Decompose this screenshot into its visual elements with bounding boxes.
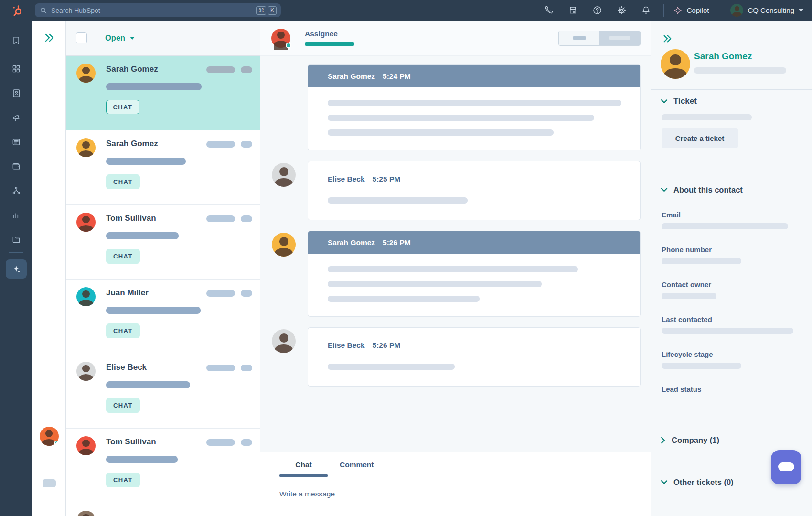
field-label: Phone number xyxy=(662,246,802,254)
company-section-header[interactable]: Company (1) xyxy=(661,436,719,445)
visitor-avatar xyxy=(272,329,296,353)
chat-thread: Assignee Sarah Gomez 5:24 PM xyxy=(260,21,651,516)
tab-chat[interactable]: Chat xyxy=(279,452,328,477)
automations-icon[interactable] xyxy=(0,178,32,203)
contact-avatar xyxy=(76,64,96,83)
field-label: Lead status xyxy=(662,385,802,393)
conversation-row[interactable]: Juan Miller CHAT xyxy=(66,280,260,354)
message-time: 5:26 PM xyxy=(383,238,411,247)
chevron-down-icon xyxy=(661,480,668,485)
message-author: Sarah Gomez xyxy=(328,238,375,247)
marketing-icon[interactable] xyxy=(0,105,32,129)
data-icon[interactable] xyxy=(0,227,32,251)
hubspot-logo-icon xyxy=(10,3,24,18)
bookmarks-icon[interactable] xyxy=(0,27,32,54)
marketplace-icon[interactable] xyxy=(568,5,578,16)
chevron-down-icon xyxy=(130,37,135,40)
field-value-placeholder xyxy=(662,223,788,229)
contact-avatar xyxy=(76,362,96,381)
active-tab-indicator xyxy=(279,474,328,477)
contact-field: Contact owner xyxy=(662,280,802,299)
field-label: Contact owner xyxy=(662,280,802,289)
crm-contacts-icon[interactable] xyxy=(0,81,32,105)
field-label: Last contacted xyxy=(662,315,802,323)
channel-badge: CHAT xyxy=(106,174,140,189)
chevron-right-icon xyxy=(661,437,666,444)
chat-widget-button[interactable] xyxy=(771,450,801,484)
message-preview-placeholder xyxy=(106,83,202,90)
conversation-row[interactable]: Tom Sullivan CHAT xyxy=(66,205,260,280)
copilot-label: Copilot xyxy=(687,6,709,14)
search-icon xyxy=(40,7,47,14)
conversation-row[interactable]: Elise Beck CHAT xyxy=(66,354,260,429)
commerce-icon[interactable] xyxy=(0,154,32,178)
tab-comment[interactable]: Comment xyxy=(340,452,374,477)
phone-icon[interactable] xyxy=(544,5,554,16)
settings-icon[interactable] xyxy=(617,5,627,16)
assignee-avatar xyxy=(271,29,290,48)
message-preview-placeholder xyxy=(106,307,201,314)
reporting-icon[interactable] xyxy=(0,203,32,227)
select-all-checkbox[interactable] xyxy=(76,32,87,43)
conversation-row[interactable]: Sarah Gomez CHAT xyxy=(66,56,260,130)
contact-field: Lifecycle stage xyxy=(662,350,802,369)
channel-badge: CHAT xyxy=(106,249,140,264)
contact-field: Lead status xyxy=(662,385,802,393)
account-avatar xyxy=(730,4,743,17)
message-body-placeholder: Elise Beck 5:26 PM xyxy=(308,328,640,386)
current-user-avatar[interactable] xyxy=(40,427,59,446)
conversation-row[interactable] xyxy=(66,503,260,516)
message-list: Sarah Gomez 5:24 PM Elise Beck xyxy=(260,56,651,452)
message-body-placeholder xyxy=(308,254,640,316)
channel-badge: CHAT xyxy=(106,100,139,114)
message-composer: Chat Comment Write a message xyxy=(260,452,651,516)
agent-avatar xyxy=(272,233,296,257)
message-preview-placeholder xyxy=(106,456,178,463)
help-icon[interactable] xyxy=(592,5,603,16)
visitor-avatar xyxy=(272,163,296,187)
view-toggle-right-button[interactable] xyxy=(599,31,640,45)
message-body-placeholder: Elise Beck 5:25 PM xyxy=(308,161,640,220)
message-author: Elise Beck xyxy=(328,175,365,183)
search-input[interactable]: Search HubSpot ⌘ K xyxy=(35,3,281,17)
conversation-row[interactable]: Tom Sullivan CHAT xyxy=(66,429,260,503)
contact-avatar xyxy=(76,511,96,516)
contact-field: Email xyxy=(662,211,802,229)
contact-summary-section: Sarah Gomez xyxy=(651,21,812,90)
field-value-placeholder xyxy=(662,258,741,264)
view-toggle-left-button[interactable] xyxy=(559,31,599,45)
message-author: Sarah Gomez xyxy=(328,72,375,81)
copilot-button[interactable]: Copilot xyxy=(673,6,709,15)
collapse-panel-icon[interactable] xyxy=(662,34,673,43)
field-value-placeholder xyxy=(662,363,741,369)
topbar-divider xyxy=(721,4,721,17)
timestamp-placeholder xyxy=(206,439,252,446)
conversation-row[interactable]: Sarah Gomez CHAT xyxy=(66,130,260,205)
ai-sparkle-icon[interactable] xyxy=(6,259,27,279)
status-filter-dropdown[interactable]: Open xyxy=(105,33,135,43)
collapsed-placeholder xyxy=(43,479,56,487)
message-preview-placeholder xyxy=(106,158,186,165)
field-value-placeholder xyxy=(662,293,716,299)
field-label: Email xyxy=(662,211,802,219)
message-header: Sarah Gomez 5:24 PM xyxy=(308,65,640,87)
workspaces-icon[interactable] xyxy=(0,56,32,81)
message-time: 5:25 PM xyxy=(373,175,401,183)
chevron-down-icon xyxy=(661,99,668,104)
ticket-section-header[interactable]: Ticket xyxy=(661,97,802,106)
app-sidebar xyxy=(0,21,32,516)
create-ticket-button[interactable]: Create a ticket xyxy=(662,128,738,148)
chevron-down-icon xyxy=(799,9,803,12)
contact-field: Last contacted xyxy=(662,315,802,334)
expand-panel-icon[interactable] xyxy=(43,32,55,43)
sidebar-divider xyxy=(9,55,23,55)
notifications-icon[interactable] xyxy=(641,5,652,16)
content-icon[interactable] xyxy=(0,129,32,154)
contact-name-link[interactable]: Sarah Gomez xyxy=(694,51,786,62)
timestamp-placeholder xyxy=(206,141,252,148)
message-input[interactable]: Write a message xyxy=(279,490,651,498)
channel-badge: CHAT xyxy=(106,473,140,487)
about-contact-section: About this contact Email Phone number Co… xyxy=(651,167,812,419)
account-menu[interactable]: CQ Consulting xyxy=(730,4,803,17)
about-section-header[interactable]: About this contact xyxy=(661,185,802,194)
